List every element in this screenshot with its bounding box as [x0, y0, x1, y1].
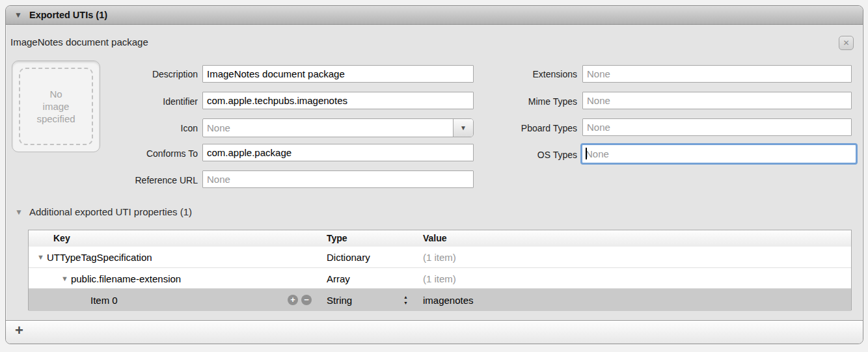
additional-properties-title: Additional exported UTI properties (1): [29, 206, 192, 217]
add-item-icon[interactable]: +: [288, 295, 298, 305]
column-header-value[interactable]: Value: [423, 230, 447, 247]
properties-table: Key Type Value ▼ UTTypeTagSpecification …: [28, 230, 852, 310]
row-value: (1 item): [423, 247, 456, 267]
row-value: imagenotes: [423, 289, 474, 311]
column-header-type[interactable]: Type: [327, 230, 347, 247]
row-type: Array: [327, 268, 350, 289]
description-label: Description: [68, 69, 198, 79]
text-caret: [586, 148, 587, 159]
table-row[interactable]: ▼ UTTypeTagSpecification Dictionary (1 i…: [29, 247, 851, 267]
footer-bar: +: [6, 320, 863, 344]
row-key: public.filename-extension: [71, 273, 181, 284]
os-types-field-focused[interactable]: [580, 143, 858, 165]
row-key: UTTypeTagSpecification: [47, 252, 152, 263]
row-key-cell: ▼ UTTypeTagSpecification: [37, 247, 152, 267]
row-value: (1 item): [423, 268, 456, 289]
close-icon[interactable]: ✕: [839, 36, 854, 50]
os-types-field[interactable]: [582, 145, 856, 163]
extensions-field[interactable]: [582, 65, 852, 83]
identifier-label: Identifier: [68, 96, 198, 107]
no-image-line: No: [49, 88, 62, 100]
conforms-to-field[interactable]: [202, 144, 474, 161]
mime-types-label: Mime Types: [447, 96, 577, 107]
pboard-types-label: Pboard Types: [447, 123, 577, 133]
row-type-text: Dictionary: [327, 252, 370, 263]
exported-utis-panel: ▼ Exported UTIs (1) ImageNotes document …: [5, 5, 863, 344]
type-stepper[interactable]: ▲ ▼: [403, 294, 408, 306]
table-row[interactable]: ▼ public.filename-extension Array (1 ite…: [29, 267, 851, 289]
icon-combo[interactable]: ▼: [202, 118, 474, 137]
disclosure-triangle-icon[interactable]: ▼: [14, 10, 27, 20]
row-type: String: [327, 289, 352, 311]
table-header: Key Type Value: [29, 230, 851, 247]
identifier-field[interactable]: [202, 92, 474, 109]
icon-label: Icon: [68, 123, 198, 133]
disclosure-triangle-icon[interactable]: ▼: [61, 275, 68, 282]
stepper-down-icon[interactable]: ▼: [403, 300, 408, 306]
row-value-text: (1 item): [423, 252, 456, 263]
column-header-key[interactable]: Key: [53, 230, 70, 247]
mime-types-field[interactable]: [582, 92, 852, 109]
icon-combo-input[interactable]: [203, 119, 453, 137]
disclosure-triangle-icon[interactable]: ▼: [37, 253, 44, 261]
add-uti-button[interactable]: +: [15, 322, 23, 339]
os-types-label: OS Types: [447, 150, 577, 160]
reference-url-field[interactable]: [202, 170, 474, 188]
stepper-up-icon[interactable]: ▲: [403, 294, 408, 300]
reference-url-label: Reference URL: [68, 175, 198, 185]
disclosure-triangle-icon[interactable]: ▼: [15, 208, 23, 217]
extensions-label: Extensions: [447, 69, 577, 79]
uti-card-title: ImageNotes document package: [10, 36, 148, 47]
row-key: Item 0: [90, 289, 118, 311]
table-row-selected[interactable]: Item 0 + − String ▲ ▼ imagenotes: [29, 288, 851, 311]
row-type-text: String: [327, 295, 352, 306]
section-title: Exported UTIs (1): [29, 10, 107, 20]
description-field[interactable]: [202, 65, 474, 83]
row-key-text: Item 0: [90, 295, 118, 306]
conforms-to-label: Conforms To: [68, 148, 198, 159]
section-header-additional-properties[interactable]: ▼ Additional exported UTI properties (1): [15, 206, 192, 217]
row-type-text: Array: [327, 273, 350, 284]
section-header-exported-utis[interactable]: ▼ Exported UTIs (1): [6, 6, 863, 25]
no-image-line: image: [43, 100, 70, 113]
pboard-types-field[interactable]: [582, 118, 852, 136]
remove-item-icon[interactable]: −: [301, 295, 312, 305]
row-key-cell: ▼ public.filename-extension: [61, 268, 181, 289]
row-type: Dictionary: [327, 247, 370, 267]
row-value-text: (1 item): [423, 273, 456, 284]
row-value-text: imagenotes: [423, 295, 474, 306]
